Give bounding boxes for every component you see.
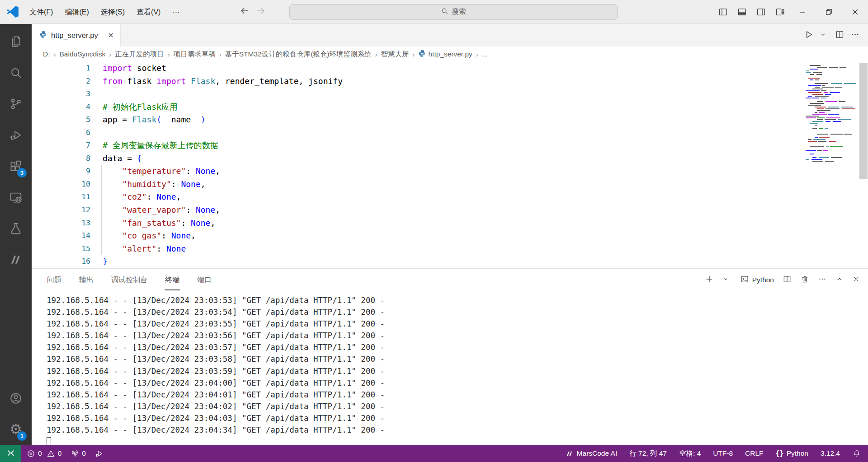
activity-item-extensions[interactable]: 3 (0, 150, 32, 182)
line-number[interactable]: 10 (32, 178, 90, 191)
line-number[interactable]: 12 (32, 204, 90, 217)
breadcrumb-item[interactable]: 项目需求草稿 (174, 50, 216, 59)
status-item-problems-warnings[interactable]: 0 (47, 449, 62, 458)
run-dropdown-icon[interactable] (820, 31, 826, 40)
toggle-panel-icon[interactable] (732, 0, 751, 24)
activity-item-explorer[interactable] (0, 26, 32, 57)
tab-close-icon[interactable]: ✕ (106, 30, 116, 41)
line-number[interactable]: 6 (32, 126, 90, 140)
split-terminal-icon[interactable] (783, 275, 792, 285)
status-item-debug-launch[interactable] (95, 449, 104, 458)
code-line[interactable]: 15 "alert": None (32, 243, 868, 256)
toggle-sidebar-icon[interactable] (713, 0, 732, 24)
code-editor[interactable]: 1import socket2from flask import Flask, … (32, 62, 868, 268)
line-number[interactable]: 14 (32, 229, 90, 243)
status-item-language-mode[interactable]: {}Python (776, 449, 808, 457)
code-line[interactable]: 5app = Flask(__name__) (32, 113, 868, 126)
editor-scrollbar[interactable] (859, 63, 868, 179)
run-python-button[interactable] (803, 29, 814, 42)
status-item-forwarded-ports[interactable]: 0 (71, 449, 86, 458)
line-number[interactable]: 11 (32, 191, 90, 204)
line-number[interactable]: 16 (32, 255, 90, 268)
panel-tab-ports[interactable]: 端口 (197, 270, 212, 290)
restore-button[interactable] (816, 0, 842, 24)
activity-item-search[interactable] (0, 57, 32, 88)
line-number[interactable]: 5 (32, 113, 90, 126)
line-number[interactable]: 4 (32, 101, 90, 114)
status-item-problems[interactable]: 00 (27, 449, 61, 458)
code-line[interactable]: 3 (32, 88, 868, 101)
code-line[interactable]: 11 "co2": None, (32, 191, 868, 204)
code-line[interactable]: 10 "humidity": None, (32, 178, 868, 191)
breadcrumb-item[interactable]: 智慧大屏 (381, 50, 409, 59)
code-line[interactable]: 1import socket (32, 62, 868, 75)
panel-tab-output[interactable]: 输出 (79, 270, 94, 290)
remote-indicator[interactable] (0, 445, 21, 462)
activity-item-settings[interactable]: ⚙1 (0, 414, 32, 445)
code-line[interactable]: 4# 初始化Flask应用 (32, 101, 868, 114)
line-number[interactable]: 8 (32, 152, 90, 165)
status-item-indentation[interactable]: 空格: 4 (679, 449, 701, 458)
status-item-python-version[interactable]: 3.12.4 (821, 449, 840, 457)
code-line[interactable]: 7# 全局变量保存最新上传的数据 (32, 139, 868, 152)
minimize-button[interactable] (789, 0, 816, 24)
activity-item-source-control[interactable] (0, 88, 32, 119)
breadcrumb-item[interactable]: D: (43, 50, 50, 58)
forward-arrow-icon[interactable] (256, 6, 266, 18)
status-item-eol[interactable]: CRLF (745, 449, 763, 457)
menu-edit[interactable]: 编辑(E) (59, 0, 94, 24)
line-number[interactable]: 2 (32, 75, 90, 88)
activity-item-remote-explorer[interactable] (0, 182, 32, 213)
back-arrow-icon[interactable] (240, 6, 250, 18)
kill-terminal-icon[interactable] (800, 275, 809, 285)
terminal-output[interactable]: 192.168.5.164 - - [13/Dec/2024 23:03:53]… (32, 291, 868, 445)
code-line[interactable]: 9 "temperature": None, (32, 165, 868, 178)
panel-more-actions-icon[interactable] (818, 275, 827, 285)
split-editor-icon[interactable] (835, 30, 844, 41)
tab-http-server[interactable]: http_server.py ✕ (32, 24, 121, 47)
line-number[interactable]: 7 (32, 139, 90, 152)
close-window-button[interactable] (842, 0, 868, 24)
code-line[interactable]: 16} (32, 255, 868, 268)
line-number[interactable]: 13 (32, 217, 90, 230)
activity-item-marscode[interactable] (0, 244, 32, 275)
code-line[interactable]: 6 (32, 126, 868, 140)
activity-item-account[interactable] (0, 383, 32, 414)
line-number[interactable]: 1 (32, 62, 90, 75)
menu-view[interactable]: 查看(V) (131, 0, 166, 24)
status-item-encoding[interactable]: UTF-8 (713, 449, 733, 457)
code-line[interactable]: 8data = { (32, 152, 868, 165)
code-line[interactable]: 14 "co_gas": None, (32, 229, 868, 243)
line-number[interactable]: 9 (32, 165, 90, 178)
breadcrumb-item[interactable]: BaiduSyncdisk (60, 50, 106, 58)
line-number[interactable]: 15 (32, 243, 90, 256)
status-item-notifications[interactable] (852, 449, 861, 458)
menu-more[interactable]: ··· (166, 0, 185, 24)
menu-selection[interactable]: 选择(S) (95, 0, 131, 24)
status-item-marscode-ai[interactable]: MarsCode AI (566, 449, 618, 458)
editor-more-actions-icon[interactable] (850, 30, 860, 41)
close-panel-icon[interactable] (852, 275, 860, 285)
breadcrumb-item[interactable]: http_server.py (418, 50, 472, 59)
new-terminal-icon[interactable] (705, 275, 714, 285)
maximize-panel-icon[interactable] (835, 275, 844, 285)
toggle-secondary-sidebar-icon[interactable] (751, 0, 770, 24)
code-line[interactable]: 2from flask import Flask, render_templat… (32, 75, 868, 88)
panel-tab-problems[interactable]: 问题 (47, 270, 62, 290)
activity-item-testing[interactable] (0, 213, 32, 244)
breadcrumb-item[interactable]: 基于STM32设计的粮食仓库(粮仓)环境监测系统 (225, 50, 372, 59)
minimap[interactable] (806, 63, 856, 261)
breadcrumb-item[interactable]: 正在开发的项目 (115, 50, 164, 59)
code-line[interactable]: 12 "water_vapor": None, (32, 204, 868, 217)
status-item-problems-errors[interactable]: 0 (27, 449, 42, 458)
terminal-profile-dropdown-icon[interactable] (722, 276, 729, 284)
menu-file[interactable]: 文件(F) (24, 0, 59, 24)
line-number[interactable]: 3 (32, 88, 90, 101)
activity-item-run-debug[interactable] (0, 119, 32, 150)
code-line[interactable]: 13 "fan_status": None, (32, 217, 868, 230)
status-item-cursor-position[interactable]: 行 72, 列 47 (629, 449, 667, 458)
panel-tab-debug-console[interactable]: 调试控制台 (111, 270, 148, 290)
customize-layout-icon[interactable] (770, 0, 789, 24)
panel-tab-terminal[interactable]: 终端 (165, 270, 180, 290)
search-input[interactable]: 搜索 (289, 4, 618, 20)
